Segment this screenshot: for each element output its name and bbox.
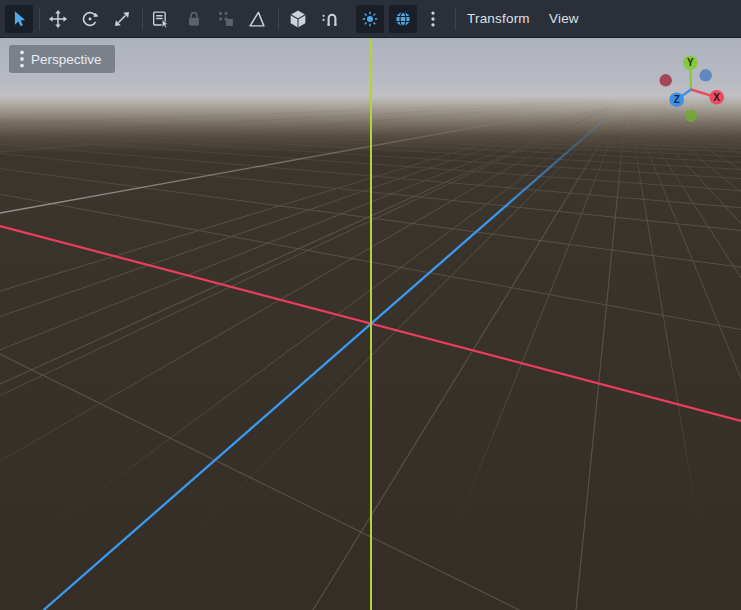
scale-mode-button[interactable]: [108, 5, 136, 33]
transform-menu[interactable]: Transform: [467, 0, 530, 38]
gizmo-neg-y-ball[interactable]: [685, 110, 697, 122]
cube-icon: [287, 8, 309, 30]
gizmo-y-label: Y: [687, 57, 694, 68]
select-icon: [8, 8, 30, 30]
group-node-button[interactable]: [212, 5, 240, 33]
list-select-icon: [150, 8, 172, 30]
scene-canvas: YXZ: [0, 38, 741, 610]
kebab-icon: [18, 49, 26, 69]
local-space-button[interactable]: [284, 5, 312, 33]
rotate-icon: [79, 8, 101, 30]
select-mode-button[interactable]: [5, 5, 33, 33]
ruler-mode-button[interactable]: [243, 5, 271, 33]
list-select-button[interactable]: [147, 5, 175, 33]
preview-sunlight-button[interactable]: [356, 5, 384, 33]
snap-toggle-button[interactable]: [316, 5, 344, 33]
lock-icon: [183, 8, 205, 30]
lock-node-button[interactable]: [180, 5, 208, 33]
perspective-label: Perspective: [31, 52, 102, 67]
viewport-3d[interactable]: YXZ Perspective: [0, 38, 741, 610]
preview-environment-button[interactable]: [389, 5, 417, 33]
toolbar-separator: [39, 8, 40, 30]
move-mode-button[interactable]: [44, 5, 72, 33]
toolbar-separator: [278, 8, 279, 30]
kebab-icon: [422, 8, 444, 30]
scale-icon: [111, 8, 133, 30]
globe-icon: [392, 8, 414, 30]
group-icon: [215, 8, 237, 30]
preview-options-button[interactable]: [419, 5, 447, 33]
move-icon: [47, 8, 69, 30]
view-menu[interactable]: View: [549, 0, 579, 38]
ruler-icon: [246, 8, 268, 30]
toolbar-separator: [142, 8, 143, 30]
toolbar-separator: [455, 8, 456, 30]
perspective-button[interactable]: Perspective: [9, 45, 115, 73]
gizmo-x-label: X: [713, 92, 720, 103]
viewport-toolbar: Transform View: [0, 0, 741, 38]
magnet-icon: [319, 8, 341, 30]
gizmo-neg-z-ball[interactable]: [700, 69, 712, 81]
gizmo-neg-x-ball[interactable]: [660, 74, 672, 86]
sun-icon: [359, 8, 381, 30]
rotate-mode-button[interactable]: [76, 5, 104, 33]
gizmo-z-label: Z: [674, 94, 680, 105]
